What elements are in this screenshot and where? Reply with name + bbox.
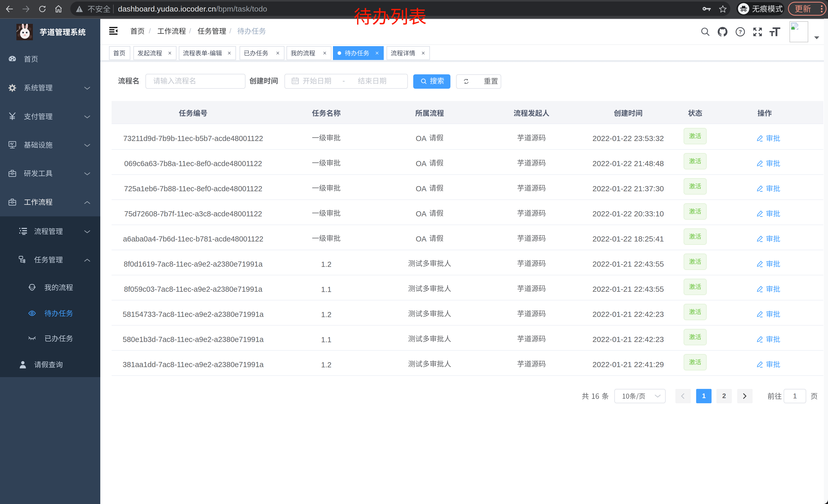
- svg-text:?: ?: [739, 29, 742, 35]
